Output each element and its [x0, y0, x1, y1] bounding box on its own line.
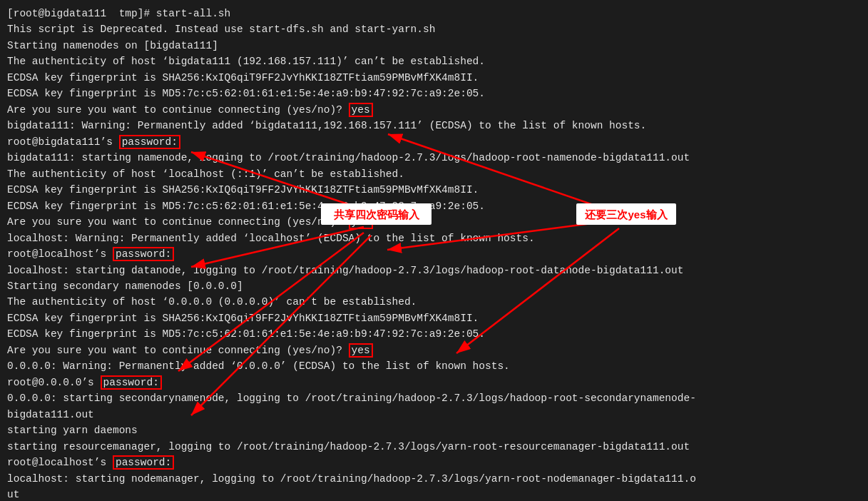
- terminal-line: bigdata111: Warning: Permanently added ‘…: [7, 118, 861, 133]
- terminal-line: localhost: starting datanode, logging to…: [7, 263, 861, 278]
- terminal-line: root@localhost’s password:: [7, 455, 861, 470]
- terminal-line: bigdata111.out: [7, 407, 861, 422]
- terminal-line: This script is Deprecated. Instead use s…: [7, 21, 861, 37]
- terminal-line: 0.0.0.0: starting secondarynamenode, log…: [7, 390, 861, 406]
- terminal-line: Starting namenodes on [bigdata111]: [7, 38, 861, 54]
- password-input-3: password:: [101, 375, 162, 390]
- terminal-line: ut: [7, 487, 861, 501]
- terminal-line: root@localhost’s password:: [7, 246, 861, 262]
- yes-input-2: yes: [349, 215, 373, 229]
- terminal-line: ECDSA key fingerprint is MD5:7c:c5:62:01…: [7, 86, 861, 101]
- password-input-2: password:: [113, 247, 174, 261]
- terminal-window: [root@bigdata111 tmp]# start-all.sh This…: [0, 0, 868, 501]
- terminal-line: ECDSA key fingerprint is MD5:7c:c5:62:01…: [7, 198, 861, 214]
- yes-input-3: yes: [349, 343, 373, 358]
- terminal-line: Are you sure you want to continue connec…: [7, 214, 861, 230]
- terminal-line: ECDSA key fingerprint is SHA256:KxIQ6qiT…: [7, 70, 861, 86]
- terminal-line: ECDSA key fingerprint is SHA256:KxIQ6qiT…: [7, 310, 861, 326]
- terminal-line: Are you sure you want to continue connec…: [7, 102, 861, 118]
- terminal-line: ECDSA key fingerprint is SHA256:KxIQ6qiT…: [7, 182, 861, 198]
- terminal-line: Are you sure you want to continue connec…: [7, 343, 861, 358]
- terminal-line: starting yarn daemons: [7, 422, 861, 438]
- terminal-line: The authenticity of host ‘localhost (::1…: [7, 166, 861, 182]
- terminal-line: [root@bigdata111 tmp]# start-all.sh: [7, 6, 861, 21]
- password-input-1: password:: [119, 135, 180, 149]
- password-input-4: password:: [113, 455, 174, 470]
- terminal-line: bigdata111: starting namenode, logging t…: [7, 150, 861, 166]
- terminal-line: root@bigdata111’s password:: [7, 134, 861, 150]
- terminal-line: 0.0.0.0: Warning: Permanently added ‘0.0…: [7, 358, 861, 374]
- terminal-line: localhost: Warning: Permanently added ‘l…: [7, 231, 861, 246]
- terminal-line: localhost: starting nodemanager, logging…: [7, 471, 861, 487]
- yes-input-1: yes: [349, 103, 373, 117]
- terminal-line: The authenticity of host ‘0.0.0.0 (0.0.0…: [7, 294, 861, 310]
- terminal-line: starting resourcemanager, logging to /ro…: [7, 439, 861, 455]
- terminal-line: root@0.0.0.0’s password:: [7, 375, 861, 390]
- terminal-line: The authenticity of host ‘bigdata111 (19…: [7, 54, 861, 69]
- terminal-line: ECDSA key fingerprint is MD5:7c:c5:62:01…: [7, 326, 861, 342]
- terminal-line: Starting secondary namenodes [0.0.0.0]: [7, 278, 861, 294]
